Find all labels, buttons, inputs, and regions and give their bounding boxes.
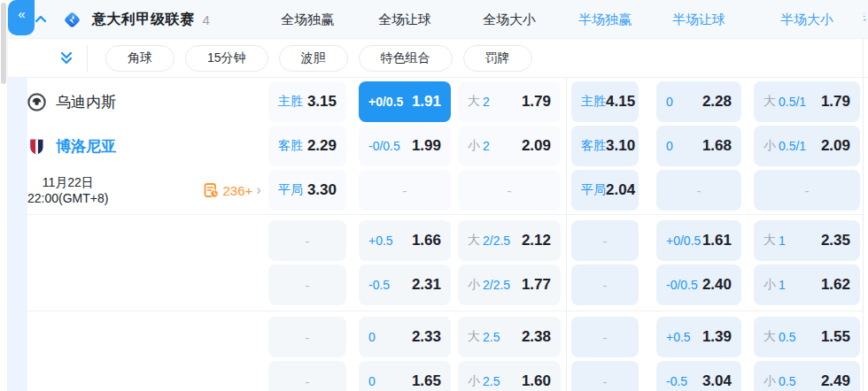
odds-cell-half-handicap: - <box>656 170 741 211</box>
column-header-full-handicap: 全场让球 <box>359 12 451 28</box>
odds-cell-full-win: - <box>268 317 346 357</box>
block-separator <box>8 310 863 311</box>
odds-content: 乌迪内斯 博洛尼亚 11月22日 22:00(GMT+8) <box>8 78 868 391</box>
odds-cell-full-handicap[interactable]: 01.65 <box>359 361 451 391</box>
odds-cell-half-handicap[interactable]: 01.68 <box>656 126 741 166</box>
away-team-badge <box>27 137 46 156</box>
home-team-badge <box>27 93 46 111</box>
secondary-markets-block: -+0.51.66大2/2.52.12-+0/0.51.61大12.35--0.… <box>8 215 868 310</box>
filter-divider <box>87 45 88 72</box>
collapse-panel-tab[interactable]: « <box>8 0 35 35</box>
away-team-row[interactable]: 博洛尼亚 <box>27 126 268 166</box>
league-header-bar: 全场独赢 全场让球 全场大小 半场独赢 半场让球 半场大小 意大利甲 <box>8 0 868 39</box>
odds-cell-half-over-under[interactable]: 小11.62 <box>754 264 860 305</box>
odds-page: 全场独赢 全场让球 全场大小 半场独赢 半场让球 半场大小 意大利甲 <box>0 0 868 391</box>
odds-cell-half-over-under[interactable]: 小0.52.49 <box>754 361 860 391</box>
filter-pill-cards[interactable]: 罚牌 <box>463 45 532 72</box>
match-meta-row: 11月22日 22:00(GMT+8) 236+ › <box>27 170 268 211</box>
filter-pill-correct-score[interactable]: 波胆 <box>279 45 348 72</box>
odds-cell-half-win[interactable]: 主胜4.15 <box>571 81 639 122</box>
odds-cell-half-win[interactable]: 平局2.04 <box>571 170 639 211</box>
odds-cell-half-over-under[interactable]: 大0.5/11.79 <box>754 81 860 122</box>
odds-cell-half-win: - <box>571 220 639 261</box>
odds-cell-full-over-under: - <box>458 170 561 211</box>
odds-cell-full-handicap[interactable]: 02.33 <box>359 317 451 357</box>
odds-cell-full-win: - <box>268 361 346 391</box>
odds-cell-half-over-under[interactable]: 大12.35 <box>754 220 860 261</box>
odds-cell-half-handicap[interactable]: +0.51.39 <box>656 317 741 357</box>
chevron-double-left-icon: « <box>18 6 24 21</box>
filter-bar: 角球 15分钟 波胆 特色组合 罚牌 <box>8 39 868 78</box>
home-team-row[interactable]: 乌迪内斯 <box>27 81 268 122</box>
league-match-count: 4 <box>203 12 210 27</box>
match-datetime: 11月22日 22:00(GMT+8) <box>27 174 108 206</box>
tertiary-markets-block: -02.33大2.52.38-+0.51.39大0.51.55-01.65小2.… <box>8 311 868 391</box>
odds-cell-half-win: - <box>571 264 639 305</box>
odds-cell-full-handicap[interactable]: -0/0.51.99 <box>359 126 451 166</box>
league-name: 意大利甲级联赛 <box>92 11 195 29</box>
column-header-half-over-under[interactable]: 半场大小 <box>754 12 860 28</box>
chevron-right-icon: › <box>256 181 261 199</box>
away-team-name: 博洛尼亚 <box>56 136 116 157</box>
odds-cell-half-handicap[interactable]: -0/0.52.40 <box>656 264 741 305</box>
block-separator <box>8 214 863 215</box>
left-scrollbar-thumb[interactable] <box>1 3 6 84</box>
match-date: 11月22日 <box>27 174 108 190</box>
match-time: 22:00(GMT+8) <box>27 190 108 206</box>
home-team-name: 乌迪内斯 <box>56 92 116 112</box>
odds-cell-full-win: - <box>268 264 346 305</box>
odds-cell-full-over-under[interactable]: 大2/2.52.12 <box>458 220 561 261</box>
odds-cell-half-win: - <box>571 361 639 391</box>
section-divider <box>566 78 567 391</box>
collapse-league-icon[interactable] <box>33 12 49 27</box>
more-markets-count: 236+ <box>223 183 253 198</box>
odds-cell-full-handicap[interactable]: +0.51.66 <box>359 220 451 261</box>
odds-cell-half-over-under[interactable]: 小0.5/12.09 <box>754 126 860 166</box>
odds-cell-full-over-under[interactable]: 大2.52.38 <box>458 317 561 357</box>
column-header-full-win: 全场独赢 <box>268 12 346 28</box>
filter-pill-special-combo[interactable]: 特色组合 <box>359 45 453 72</box>
column-header-half-handicap[interactable]: 半场让球 <box>656 12 741 28</box>
odds-cell-half-over-under[interactable]: 大0.51.55 <box>754 317 860 357</box>
column-header-half-win[interactable]: 半场独赢 <box>571 12 639 28</box>
clipped-next-column: 半 <box>864 11 868 28</box>
odds-cell-full-handicap[interactable]: -0.52.31 <box>359 264 451 305</box>
markets-list-icon <box>204 183 219 198</box>
market-filter-pills: 角球 15分钟 波胆 特色组合 罚牌 <box>105 45 532 72</box>
filter-pill-corners[interactable]: 角球 <box>105 45 174 72</box>
right-divider <box>863 39 864 391</box>
odds-cell-half-over-under: - <box>754 170 860 211</box>
odds-cell-full-win[interactable]: 主胜3.15 <box>268 81 346 122</box>
odds-cell-full-win[interactable]: 客胜2.29 <box>268 126 346 166</box>
main-markets-block: 乌迪内斯 博洛尼亚 11月22日 22:00(GMT+8) <box>8 78 868 214</box>
odds-cell-full-handicap[interactable]: +0/0.51.91 <box>359 81 451 122</box>
odds-cell-full-win: - <box>268 220 346 261</box>
odds-cell-full-win[interactable]: 平局3.30 <box>268 170 346 211</box>
expand-more-icon[interactable] <box>58 50 75 67</box>
odds-cell-full-over-under[interactable]: 小2/2.51.77 <box>458 264 561 305</box>
more-markets-link[interactable]: 236+ › <box>204 181 261 199</box>
column-header-full-over-under: 全场大小 <box>458 12 561 28</box>
odds-cell-half-win: - <box>571 317 639 357</box>
odds-cell-half-win[interactable]: 客胜3.10 <box>571 126 639 166</box>
filter-pill-15min[interactable]: 15分钟 <box>185 45 268 72</box>
odds-cell-full-handicap: - <box>359 170 451 211</box>
odds-cell-full-over-under[interactable]: 小22.09 <box>458 126 561 166</box>
odds-cell-full-over-under[interactable]: 大21.79 <box>458 81 561 122</box>
league-odds-card: 全场独赢 全场让球 全场大小 半场独赢 半场让球 半场大小 意大利甲 <box>7 0 868 391</box>
odds-cell-full-over-under[interactable]: 小2.51.60 <box>458 361 561 391</box>
odds-cell-half-handicap[interactable]: +0/0.51.61 <box>656 220 741 261</box>
odds-cell-half-handicap[interactable]: 02.28 <box>656 81 741 122</box>
odds-cell-half-handicap[interactable]: -0.53.04 <box>656 361 741 391</box>
serie-a-logo-icon <box>63 11 81 29</box>
